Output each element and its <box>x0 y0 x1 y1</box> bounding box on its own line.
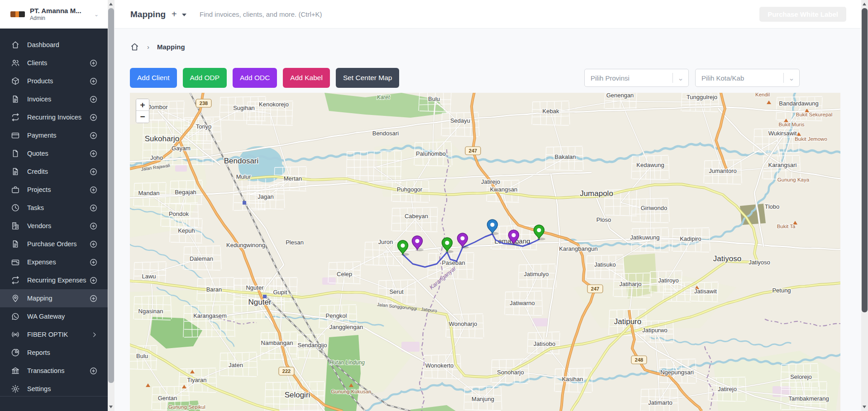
scroll-down-icon[interactable] <box>109 406 113 408</box>
map-label-gunung-sepikul: Gunung Sepikul <box>168 404 205 410</box>
sidebar-item-credits[interactable]: Credits <box>0 162 108 181</box>
map-label-puhgogor: Puhgogor <box>397 186 423 193</box>
sidebar-item-reports[interactable]: Reports <box>0 344 108 362</box>
sidebar-item-clients[interactable]: Clients <box>0 54 108 72</box>
select-provinsi[interactable]: Pilih Provinsi ⌄ <box>584 69 689 87</box>
repeat-icon <box>11 276 20 285</box>
plus-circle-icon[interactable] <box>89 294 98 303</box>
map-label-jatiroyo: Jatiroyo <box>658 277 679 284</box>
map-label-selogiri: Selogiri <box>285 391 310 399</box>
gear-icon <box>11 384 20 393</box>
select-provinsi-placeholder: Pilih Provinsi <box>591 74 672 82</box>
sidebar-item-fiber-optik[interactable]: FIBER OPTIK <box>0 325 108 344</box>
map-label-celep: Celep <box>337 271 352 277</box>
plus-circle-icon[interactable] <box>89 276 98 285</box>
sidebar-item-mapping[interactable]: Mapping <box>0 289 108 307</box>
sidebar-item-purchase-orders[interactable]: Purchase Orders <box>0 235 108 253</box>
home-icon[interactable] <box>130 42 139 52</box>
sidebar-item-payments[interactable]: Payments <box>0 126 108 144</box>
sidebar-item-quotes[interactable]: Quotes <box>0 144 108 162</box>
map-marker-blue[interactable] <box>487 220 499 235</box>
plus-circle-icon[interactable] <box>89 113 98 122</box>
zoom-in-button[interactable]: + <box>136 99 149 111</box>
select-kota-kab[interactable]: Pilih Kota/Kab ⌄ <box>695 69 800 87</box>
chevron-down-icon[interactable]: ⌄ <box>94 11 99 18</box>
plus-circle-icon[interactable] <box>89 77 98 86</box>
map-label-karangsari: Karangsari <box>768 162 797 168</box>
sidebar-item-vendors[interactable]: Vendors <box>0 217 108 235</box>
sidebar-scrollbar[interactable] <box>108 0 114 411</box>
map-svg: 238247247222248KaretBuluGenenganTunggulr… <box>130 93 840 411</box>
add-kabel-button[interactable]: Add Kabel <box>283 68 330 88</box>
sidebar-item-recurring-expenses[interactable]: Recurring Expenses <box>0 271 108 289</box>
search-input[interactable] <box>200 6 516 22</box>
sidebar-item-label: Credits <box>27 168 48 175</box>
map-marker-green[interactable] <box>442 238 454 253</box>
plus-circle-icon[interactable] <box>89 240 98 249</box>
new-entity-button[interactable]: + <box>172 9 177 19</box>
sidebar-item-settings[interactable]: Settings <box>0 380 108 398</box>
sidebar-item-products[interactable]: Products <box>0 72 108 90</box>
scrollbar-thumb[interactable] <box>108 8 114 383</box>
sidebar-item-recurring-invoices[interactable]: Recurring Invoices <box>0 108 108 126</box>
map-marker-green[interactable] <box>534 225 546 240</box>
map-label-jangglengan: Jangglengan <box>329 324 363 330</box>
map-label-bakalan: Bakalan <box>555 153 576 160</box>
plus-circle-icon[interactable] <box>89 131 98 140</box>
purchase-white-label-button[interactable]: Purchase White Label <box>759 7 846 22</box>
zoom-out-button[interactable]: − <box>136 111 149 123</box>
plus-circle-icon[interactable] <box>89 149 98 158</box>
map-label-jumantoro: Jumantoro <box>709 167 736 174</box>
add-client-button[interactable]: Add Client <box>130 68 177 88</box>
plus-circle-icon[interactable] <box>89 222 98 230</box>
plus-circle-icon[interactable] <box>89 204 98 212</box>
sidebar-item-expenses[interactable]: Expenses <box>0 253 108 271</box>
plus-circle-icon[interactable] <box>89 95 98 104</box>
svg-text:247: 247 <box>591 286 599 292</box>
company-switcher[interactable]: PT. Amanna M... Admin ⌄ <box>0 0 108 29</box>
add-odc-button[interactable]: Add ODC <box>233 68 277 88</box>
sidebar-item-dashboard[interactable]: Dashboard <box>0 36 108 54</box>
map-label-jatimarto: Jatimarto <box>648 399 672 406</box>
company-logo <box>10 11 25 17</box>
scroll-down-icon[interactable] <box>863 406 866 408</box>
sidebar-item-label: Payments <box>27 132 56 139</box>
map-label-tunggulrejo: Tunggulrejo <box>687 94 717 100</box>
window-scrollbar[interactable] <box>861 0 868 411</box>
sidebar-item-wa-gateway[interactable]: WA Gateway <box>0 307 108 325</box>
chevron-right-icon[interactable] <box>91 331 98 338</box>
scroll-up-icon[interactable] <box>863 3 866 5</box>
map-label-kedawung: Kedawung <box>636 162 664 168</box>
scroll-up-icon[interactable] <box>109 3 113 5</box>
map-label-gunung-kaya: Gunung Kaya <box>777 177 810 182</box>
map-zoom-control: + − <box>136 99 149 123</box>
plus-circle-icon[interactable] <box>89 186 98 194</box>
add-odp-button[interactable]: Add ODP <box>183 68 227 88</box>
plus-circle-icon[interactable] <box>89 167 98 176</box>
plus-circle-icon[interactable] <box>89 258 98 267</box>
map-label-lawu: Lawu <box>142 273 156 280</box>
map-marker-green[interactable] <box>398 240 410 256</box>
caret-down-icon[interactable] <box>182 14 186 16</box>
sidebar-item-tasks[interactable]: Tasks <box>0 199 108 217</box>
plus-circle-icon[interactable] <box>89 59 98 67</box>
map-label-jatimulyo: Jatimulyo <box>524 271 549 277</box>
sidebar-item-label: Dashboard <box>27 41 59 48</box>
sidebar-item-invoices[interactable]: Invoices <box>0 90 108 108</box>
map-label-wukirsawit: Wukirsawit <box>768 130 797 137</box>
scrollbar-thumb[interactable] <box>862 8 868 312</box>
sidebar-item-projects[interactable]: Projects <box>0 181 108 199</box>
map-label-tambakmerang: Tambakmerang <box>788 395 829 402</box>
sidebar: PT. Amanna M... Admin ⌄ Dashboard Client… <box>0 0 108 411</box>
set-center-map-button[interactable]: Set Center Map <box>336 68 400 88</box>
map-label-jatipuro: Jatipuro <box>614 317 641 326</box>
map-label-begajah: Begajah <box>175 189 196 196</box>
map-label-bukit-ta: Bukit Ta <box>777 224 796 229</box>
map-canvas[interactable]: 238247247222248KaretBuluGenenganTunggulr… <box>130 93 840 411</box>
plus-circle-icon[interactable] <box>89 367 98 375</box>
chevron-down-icon[interactable]: ⌄ <box>673 74 688 82</box>
sidebar-item-label: Mapping <box>27 295 52 302</box>
sidebar-item-transactions[interactable]: Transactions <box>0 362 108 380</box>
chevron-down-icon[interactable]: ⌄ <box>784 74 799 82</box>
sidebar-item-label: Projects <box>27 186 51 193</box>
